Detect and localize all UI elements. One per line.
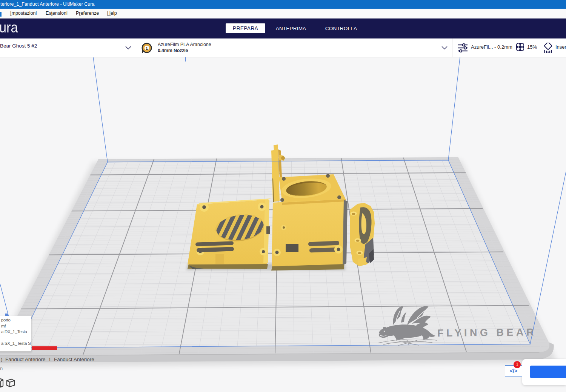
svg-text:1: 1 (146, 46, 148, 51)
svg-text:FLYING BEAR: FLYING BEAR (437, 326, 537, 339)
